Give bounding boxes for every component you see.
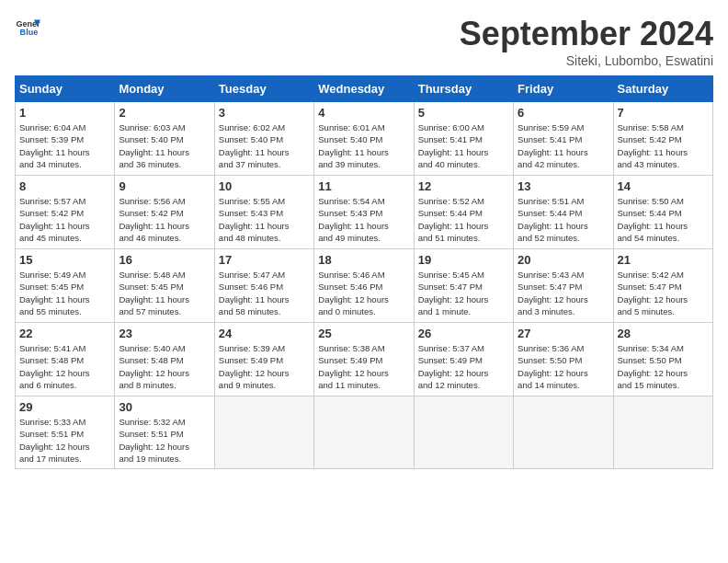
col-friday: Friday — [514, 76, 613, 102]
day-number: 21 — [618, 253, 709, 267]
table-row: 12Sunrise: 5:52 AM Sunset: 5:44 PM Dayli… — [414, 176, 513, 249]
page-header: General Blue September 2024 Siteki, Lubo… — [15, 15, 713, 68]
day-info: Sunrise: 5:32 AM Sunset: 5:51 PM Dayligh… — [119, 416, 210, 465]
day-number: 16 — [119, 253, 210, 267]
calendar-row: 22Sunrise: 5:41 AM Sunset: 5:48 PM Dayli… — [16, 323, 713, 396]
day-number: 10 — [219, 179, 310, 193]
table-row: 23Sunrise: 5:40 AM Sunset: 5:48 PM Dayli… — [115, 323, 214, 396]
table-row: 30Sunrise: 5:32 AM Sunset: 5:51 PM Dayli… — [115, 396, 214, 469]
day-number: 23 — [119, 327, 210, 340]
day-number: 11 — [318, 179, 409, 193]
day-number: 27 — [518, 327, 609, 340]
day-info: Sunrise: 5:33 AM Sunset: 5:51 PM Dayligh… — [19, 416, 110, 465]
table-row: 29Sunrise: 5:33 AM Sunset: 5:51 PM Dayli… — [16, 396, 115, 469]
day-info: Sunrise: 5:39 AM Sunset: 5:49 PM Dayligh… — [219, 342, 310, 391]
day-info: Sunrise: 5:43 AM Sunset: 5:47 PM Dayligh… — [518, 269, 609, 317]
table-row: 7Sunrise: 5:58 AM Sunset: 5:42 PM Daylig… — [613, 102, 712, 176]
day-number: 28 — [618, 327, 709, 340]
table-row: 8Sunrise: 5:57 AM Sunset: 5:42 PM Daylig… — [16, 176, 115, 249]
table-row: 24Sunrise: 5:39 AM Sunset: 5:49 PM Dayli… — [214, 323, 313, 396]
day-info: Sunrise: 5:51 AM Sunset: 5:44 PM Dayligh… — [518, 195, 609, 244]
day-number: 2 — [119, 106, 210, 120]
day-info: Sunrise: 5:38 AM Sunset: 5:49 PM Dayligh… — [318, 342, 409, 391]
table-row — [514, 396, 613, 469]
month-title: September 2024 — [460, 15, 713, 53]
day-info: Sunrise: 5:54 AM Sunset: 5:43 PM Dayligh… — [318, 195, 409, 244]
table-row: 14Sunrise: 5:50 AM Sunset: 5:44 PM Dayli… — [613, 176, 712, 249]
day-number: 20 — [518, 253, 609, 267]
day-info: Sunrise: 5:59 AM Sunset: 5:41 PM Dayligh… — [518, 121, 609, 170]
table-row: 9Sunrise: 5:56 AM Sunset: 5:42 PM Daylig… — [115, 176, 214, 249]
day-info: Sunrise: 5:46 AM Sunset: 5:46 PM Dayligh… — [318, 269, 409, 317]
day-number: 26 — [418, 327, 509, 340]
day-number: 15 — [19, 253, 110, 267]
day-number: 5 — [418, 106, 509, 120]
day-info: Sunrise: 6:02 AM Sunset: 5:40 PM Dayligh… — [219, 121, 310, 170]
title-section: September 2024 Siteki, Lubombo, Eswatini — [460, 15, 713, 68]
day-number: 13 — [518, 179, 609, 193]
day-info: Sunrise: 5:34 AM Sunset: 5:50 PM Dayligh… — [618, 342, 709, 391]
calendar-row: 1Sunrise: 6:04 AM Sunset: 5:39 PM Daylig… — [16, 102, 713, 176]
table-row: 11Sunrise: 5:54 AM Sunset: 5:43 PM Dayli… — [314, 176, 414, 249]
day-number: 1 — [19, 106, 110, 120]
table-row: 25Sunrise: 5:38 AM Sunset: 5:49 PM Dayli… — [314, 323, 414, 396]
location-subtitle: Siteki, Lubombo, Eswatini — [460, 53, 713, 68]
day-info: Sunrise: 5:52 AM Sunset: 5:44 PM Dayligh… — [418, 195, 509, 244]
day-number: 8 — [19, 179, 110, 193]
col-wednesday: Wednesday — [314, 76, 414, 102]
table-row: 28Sunrise: 5:34 AM Sunset: 5:50 PM Dayli… — [613, 323, 712, 396]
col-monday: Monday — [115, 76, 214, 102]
day-info: Sunrise: 5:58 AM Sunset: 5:42 PM Dayligh… — [618, 121, 709, 170]
table-row — [214, 396, 313, 469]
table-row: 18Sunrise: 5:46 AM Sunset: 5:46 PM Dayli… — [314, 249, 414, 323]
day-number: 4 — [318, 106, 409, 120]
table-row: 22Sunrise: 5:41 AM Sunset: 5:48 PM Dayli… — [16, 323, 115, 396]
day-info: Sunrise: 5:41 AM Sunset: 5:48 PM Dayligh… — [19, 342, 110, 391]
col-tuesday: Tuesday — [214, 76, 313, 102]
day-number: 18 — [318, 253, 409, 267]
table-row — [613, 396, 712, 469]
day-info: Sunrise: 5:55 AM Sunset: 5:43 PM Dayligh… — [219, 195, 310, 244]
day-info: Sunrise: 6:00 AM Sunset: 5:41 PM Dayligh… — [418, 121, 509, 170]
day-number: 25 — [318, 327, 409, 340]
table-row: 13Sunrise: 5:51 AM Sunset: 5:44 PM Dayli… — [514, 176, 613, 249]
day-number: 29 — [19, 400, 110, 414]
logo-icon: General Blue — [15, 15, 40, 40]
day-info: Sunrise: 5:45 AM Sunset: 5:47 PM Dayligh… — [418, 269, 509, 317]
calendar-row: 8Sunrise: 5:57 AM Sunset: 5:42 PM Daylig… — [16, 176, 713, 249]
day-number: 12 — [418, 179, 509, 193]
table-row: 2Sunrise: 6:03 AM Sunset: 5:40 PM Daylig… — [115, 102, 214, 176]
table-row: 3Sunrise: 6:02 AM Sunset: 5:40 PM Daylig… — [214, 102, 313, 176]
day-info: Sunrise: 6:03 AM Sunset: 5:40 PM Dayligh… — [119, 121, 210, 170]
day-info: Sunrise: 5:42 AM Sunset: 5:47 PM Dayligh… — [618, 269, 709, 317]
table-row: 27Sunrise: 5:36 AM Sunset: 5:50 PM Dayli… — [514, 323, 613, 396]
day-info: Sunrise: 5:37 AM Sunset: 5:49 PM Dayligh… — [418, 342, 509, 391]
table-row: 1Sunrise: 6:04 AM Sunset: 5:39 PM Daylig… — [16, 102, 115, 176]
calendar-row: 15Sunrise: 5:49 AM Sunset: 5:45 PM Dayli… — [16, 249, 713, 323]
day-number: 19 — [418, 253, 509, 267]
table-row — [414, 396, 513, 469]
svg-text:Blue: Blue — [20, 28, 39, 37]
table-row — [314, 396, 414, 469]
day-info: Sunrise: 5:36 AM Sunset: 5:50 PM Dayligh… — [518, 342, 609, 391]
day-number: 17 — [219, 253, 310, 267]
table-row: 5Sunrise: 6:00 AM Sunset: 5:41 PM Daylig… — [414, 102, 513, 176]
day-number: 9 — [119, 179, 210, 193]
day-number: 14 — [618, 179, 709, 193]
day-info: Sunrise: 5:50 AM Sunset: 5:44 PM Dayligh… — [618, 195, 709, 244]
col-saturday: Saturday — [613, 76, 712, 102]
day-number: 7 — [618, 106, 709, 120]
table-row: 26Sunrise: 5:37 AM Sunset: 5:49 PM Dayli… — [414, 323, 513, 396]
day-info: Sunrise: 5:40 AM Sunset: 5:48 PM Dayligh… — [119, 342, 210, 391]
table-row: 10Sunrise: 5:55 AM Sunset: 5:43 PM Dayli… — [214, 176, 313, 249]
table-row: 19Sunrise: 5:45 AM Sunset: 5:47 PM Dayli… — [414, 249, 513, 323]
day-info: Sunrise: 5:47 AM Sunset: 5:46 PM Dayligh… — [219, 269, 310, 317]
col-sunday: Sunday — [16, 76, 115, 102]
day-info: Sunrise: 5:48 AM Sunset: 5:45 PM Dayligh… — [119, 269, 210, 317]
calendar-row: 29Sunrise: 5:33 AM Sunset: 5:51 PM Dayli… — [16, 396, 713, 469]
table-row: 6Sunrise: 5:59 AM Sunset: 5:41 PM Daylig… — [514, 102, 613, 176]
table-row: 16Sunrise: 5:48 AM Sunset: 5:45 PM Dayli… — [115, 249, 214, 323]
day-number: 22 — [19, 327, 110, 340]
calendar-table: Sunday Monday Tuesday Wednesday Thursday… — [15, 75, 713, 469]
day-info: Sunrise: 6:04 AM Sunset: 5:39 PM Dayligh… — [19, 121, 110, 170]
